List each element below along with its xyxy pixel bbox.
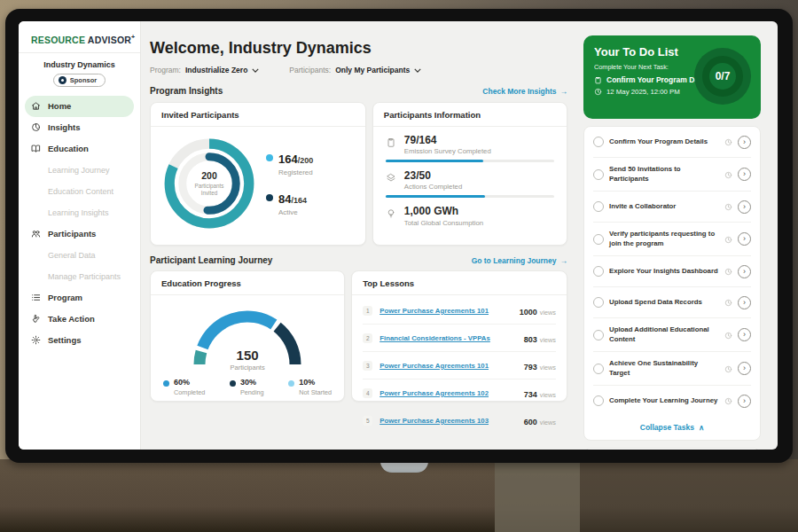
legend-registered: 164/200 Registered (266, 151, 313, 176)
checkbox-icon[interactable] (593, 395, 604, 406)
chevron-up-icon: ∧ (699, 423, 704, 432)
sidebar-item-label: Settings (48, 335, 81, 345)
checkbox-icon[interactable] (593, 234, 604, 245)
background-strip (495, 459, 580, 532)
check-more-insights-link[interactable]: Check More Insights → (482, 87, 567, 96)
actions-progress-bar (386, 195, 554, 198)
completed-dot-icon (163, 380, 169, 387)
arrow-right-icon: → (560, 87, 568, 96)
checkbox-icon[interactable] (593, 330, 604, 340)
go-to-learning-journey-link[interactable]: Go to Learning Journey → (472, 256, 567, 265)
lesson-row: 4 Power Purchase Agreements 102 734views (363, 379, 556, 407)
sidebar: RESOURCE ADVISOR+ Industry Dynamics Spon… (19, 21, 141, 450)
info-row-actions: 23/50 Actions Completed (386, 170, 554, 191)
sidebar-item-settings[interactable]: Settings (19, 330, 140, 351)
sidebar-item-take-action[interactable]: Take Action (19, 309, 140, 330)
todo-item[interactable]: Complete Your Learning Journey › (593, 386, 751, 416)
todo-item[interactable]: Achieve One Sustainability Target › (593, 352, 751, 386)
checkbox-icon[interactable] (593, 201, 604, 212)
active-total: /164 (291, 196, 307, 205)
sponsor-label: Sponsor (70, 76, 97, 84)
sidebar-item-education[interactable]: Education (19, 138, 140, 160)
lesson-link[interactable]: Power Purchase Agreements 103 (379, 417, 517, 425)
card-title: Top Lessons (352, 271, 567, 295)
chevron-right-icon[interactable]: › (738, 136, 751, 149)
link-label: Go to Learning Journey (472, 256, 557, 265)
program-icon (31, 293, 42, 302)
todo-list-card: Confirm Your Program Details › Send 50 I… (583, 126, 761, 441)
todo-item[interactable]: Explore Your Insights Dashboard › (593, 256, 751, 287)
sidebar-item-manage-participants[interactable]: Manage Participants (19, 266, 140, 287)
lesson-views-suffix: views (540, 336, 556, 344)
todo-item[interactable]: Invite a Collaborator › (593, 192, 751, 223)
sidebar-item-label: Home (48, 101, 71, 111)
lesson-rank: 2 (363, 333, 372, 343)
monitor-bezel: RESOURCE ADVISOR+ Industry Dynamics Spon… (5, 9, 793, 463)
chevron-right-icon[interactable]: › (738, 362, 751, 375)
todo-summary-card: Your To Do List Complete Your Next Task:… (583, 35, 761, 119)
clock-icon (724, 231, 732, 247)
todo-due-label: 12 May 2025, 12:00 PM (606, 88, 680, 96)
registered-total: /200 (298, 156, 314, 165)
lesson-row: 5 Power Purchase Agreements 103 600views (363, 407, 556, 434)
todo-item[interactable]: Upload Spend Data Records › (593, 287, 751, 318)
lesson-rank: 3 (363, 361, 372, 371)
chevron-right-icon[interactable]: › (738, 265, 751, 278)
program-value: Industrialize Zero (185, 66, 247, 74)
participants-select[interactable]: Participants: Only My Participants (289, 66, 421, 74)
sidebar-item-education-content[interactable]: Education Content (19, 181, 140, 202)
main-content: Welcome, Industry Dynamics Program: Indu… (141, 21, 573, 450)
chevron-right-icon[interactable]: › (738, 296, 751, 309)
sidebar-item-learning-journey[interactable]: Learning Journey (19, 160, 140, 181)
lesson-views-suffix: views (540, 391, 556, 399)
survey-progress-bar (386, 160, 554, 162)
chevron-right-icon[interactable]: › (738, 328, 751, 341)
clock-icon (594, 88, 602, 96)
checkbox-icon[interactable] (593, 297, 604, 308)
todo-item[interactable]: Send 50 Invitations to Participants › (593, 158, 751, 192)
lesson-rank: 4 (363, 388, 372, 398)
chevron-right-icon[interactable]: › (738, 395, 751, 408)
arrow-right-icon: → (560, 256, 568, 265)
chevron-right-icon[interactable]: › (738, 168, 751, 181)
dashboard-screen: RESOURCE ADVISOR+ Industry Dynamics Spon… (19, 21, 778, 450)
chevron-right-icon[interactable]: › (738, 200, 751, 214)
sidebar-item-general-data[interactable]: General Data (19, 245, 140, 266)
lesson-link[interactable]: Power Purchase Agreements 101 (379, 307, 512, 315)
sidebar-item-learning-insights[interactable]: Learning Insights (19, 202, 140, 223)
todo-item[interactable]: Upload Additional Educational Content › (593, 318, 751, 352)
checkbox-icon[interactable] (593, 137, 604, 147)
lesson-views: 803 (524, 335, 537, 344)
gauge-center-value: 150 (185, 348, 309, 362)
lesson-link[interactable]: Power Purchase Agreements 102 (379, 389, 517, 397)
checkbox-icon[interactable] (593, 364, 604, 374)
survey-icon (386, 137, 396, 148)
lesson-link[interactable]: Power Purchase Agreements 101 (379, 362, 517, 370)
program-select[interactable]: Program: Industrialize Zero (150, 66, 259, 74)
lesson-link[interactable]: Financial Considerations - VPPAs (379, 334, 517, 342)
sidebar-nav: Home Insights Education Learning Journey… (19, 96, 140, 351)
logo-secondary: ADVISOR (88, 35, 131, 45)
registered-dot-icon (266, 154, 273, 161)
todo-item[interactable]: Confirm Your Program Details › (593, 127, 751, 158)
todo-item-label: Invite a Collaborator (609, 202, 719, 212)
sidebar-item-insights[interactable]: Insights (19, 117, 140, 138)
education-gauge-chart: 150 Participants (185, 304, 309, 372)
donut-center-label: Participants Invited (188, 183, 231, 197)
lesson-views-suffix: views (540, 364, 556, 372)
lesson-row: 2 Financial Considerations - VPPAs 803vi… (363, 325, 556, 352)
checkbox-icon[interactable] (593, 169, 604, 180)
todo-item-label: Achieve One Sustainability Target (609, 359, 719, 378)
collapse-tasks-link[interactable]: Collapse Tasks ∧ (593, 416, 751, 440)
clipboard-icon (594, 76, 602, 84)
chevron-right-icon[interactable]: › (738, 232, 751, 246)
sidebar-item-program[interactable]: Program (19, 287, 140, 309)
todo-item-label: Upload Spend Data Records (609, 298, 719, 308)
survey-label: Emission Survey Completed (404, 147, 491, 155)
sidebar-item-home[interactable]: Home (25, 96, 134, 117)
lesson-rank: 5 (363, 416, 372, 426)
todo-item[interactable]: Verify participants requesting to join t… (593, 223, 751, 256)
sidebar-item-participants[interactable]: Participants (19, 223, 140, 245)
checkbox-icon[interactable] (593, 266, 604, 277)
actions-label: Actions Completed (404, 183, 462, 191)
